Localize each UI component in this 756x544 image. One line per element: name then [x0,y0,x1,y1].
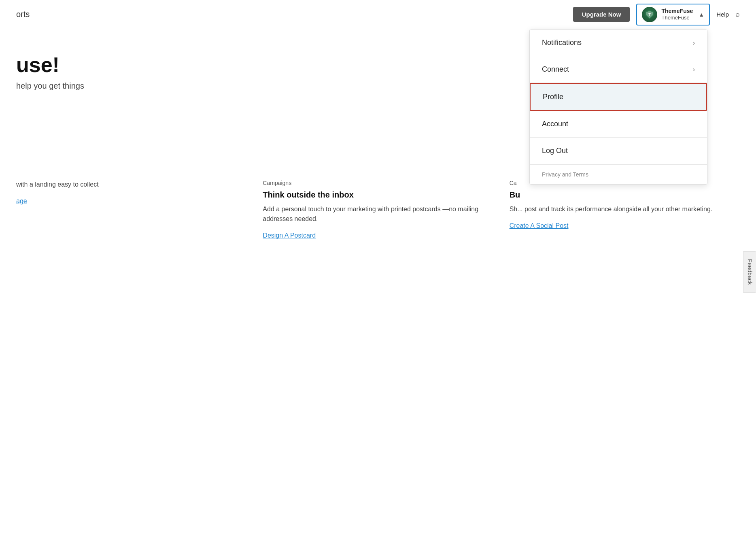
chevron-right-icon: › [693,66,695,73]
svg-text:T: T [649,13,651,17]
dropdown-footer: Privacy and Terms [530,164,707,184]
footer-and: and [561,171,573,178]
dropdown-item-account[interactable]: Account [530,111,707,138]
nav-partial: orts [16,10,30,19]
user-info: ThemeFuse ThemeFuse [661,7,693,21]
user-dropdown-menu: Notifications › Connect › Profile Accoun… [529,29,707,185]
header: orts Upgrade Now T ThemeFuse ThemeFuse ▲… [0,0,756,29]
upgrade-button[interactable]: Upgrade Now [573,7,630,22]
user-name-line2: ThemeFuse [661,15,689,21]
avatar: T [642,7,657,22]
search-icon[interactable]: ⌕ [735,10,740,19]
dropdown-item-connect[interactable]: Connect › [530,56,707,83]
card-desc-3: Sh... post and track its performance alo… [510,204,740,214]
terms-link[interactable]: Terms [573,171,588,178]
help-link[interactable]: Help [716,11,729,18]
user-menu-button[interactable]: T ThemeFuse ThemeFuse ▲ [636,4,710,26]
card-link-3[interactable]: Create A Social Post [510,222,569,229]
dropdown-item-profile[interactable]: Profile [530,83,707,111]
dropdown-item-notifications[interactable]: Notifications › [530,30,707,56]
card-landing: with a landing easy to collect age [16,172,246,247]
user-name-line1: ThemeFuse [661,7,693,15]
card-campaigns: Campaigns Think outside the inbox Add a … [263,172,493,247]
header-actions: Upgrade Now T ThemeFuse ThemeFuse ▲ Help… [573,4,740,26]
avatar-inner: T [642,7,657,22]
shield-icon: T [646,10,654,19]
privacy-link[interactable]: Privacy [542,171,561,178]
card-title-2: Think outside the inbox [263,190,493,200]
card-link-2[interactable]: Design A Postcard [263,232,316,239]
bottom-divider [16,239,740,239]
card-category-2: Campaigns [263,180,493,186]
card-desc-1: with a landing easy to collect [16,180,246,189]
card-link-1[interactable]: age [16,198,27,204]
chevron-up-icon: ▲ [699,11,704,18]
card-desc-2: Add a personal touch to your marketing w… [263,204,493,224]
feedback-tab[interactable]: Feedback [743,251,756,293]
chevron-right-icon: › [693,39,695,47]
dropdown-item-logout[interactable]: Log Out [530,138,707,164]
card-title-3: Bu [510,190,740,200]
